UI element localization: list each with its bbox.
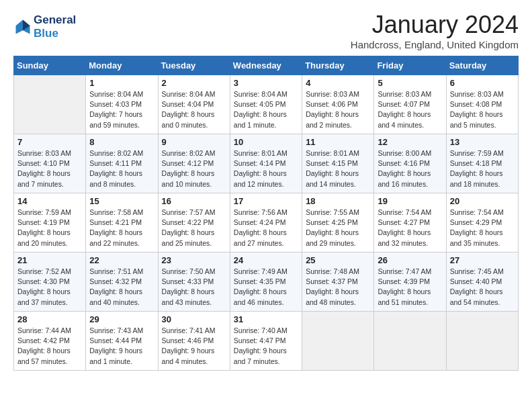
day-info: Sunrise: 7:51 AMSunset: 4:32 PMDaylight:… xyxy=(89,267,154,308)
day-info: Sunrise: 7:58 AMSunset: 4:21 PMDaylight:… xyxy=(89,208,154,248)
calendar-cell: 11Sunrise: 8:01 AMSunset: 4:15 PMDayligh… xyxy=(302,134,374,193)
calendar-cell: 28Sunrise: 7:44 AMSunset: 4:42 PMDayligh… xyxy=(14,312,86,371)
calendar-cell xyxy=(14,75,86,134)
calendar-week-row: 7Sunrise: 8:03 AMSunset: 4:10 PMDaylight… xyxy=(14,134,519,193)
calendar-cell: 3Sunrise: 8:04 AMSunset: 4:05 PMDaylight… xyxy=(230,75,302,134)
day-of-week-header: Saturday xyxy=(446,56,518,75)
day-of-week-header: Monday xyxy=(86,56,158,75)
day-number: 18 xyxy=(306,196,370,206)
day-info: Sunrise: 8:02 AMSunset: 4:12 PMDaylight:… xyxy=(162,148,226,189)
day-info: Sunrise: 7:43 AMSunset: 4:44 PMDaylight:… xyxy=(89,326,154,367)
day-info: Sunrise: 7:55 AMSunset: 4:25 PMDaylight:… xyxy=(306,208,370,248)
day-info: Sunrise: 7:54 AMSunset: 4:29 PMDaylight:… xyxy=(450,208,515,248)
day-number: 12 xyxy=(378,137,442,147)
day-number: 10 xyxy=(234,137,298,147)
day-number: 9 xyxy=(162,137,226,147)
calendar-cell: 7Sunrise: 8:03 AMSunset: 4:10 PMDaylight… xyxy=(14,134,86,193)
calendar-table: SundayMondayTuesdayWednesdayThursdayFrid… xyxy=(13,56,519,371)
calendar-cell: 12Sunrise: 8:00 AMSunset: 4:16 PMDayligh… xyxy=(374,134,446,193)
day-info: Sunrise: 7:45 AMSunset: 4:40 PMDaylight:… xyxy=(450,267,515,308)
day-info: Sunrise: 8:04 AMSunset: 4:05 PMDaylight:… xyxy=(234,89,298,130)
calendar-week-row: 1Sunrise: 8:04 AMSunset: 4:03 PMDaylight… xyxy=(14,75,519,134)
day-number: 11 xyxy=(306,137,370,147)
day-number: 13 xyxy=(450,137,515,147)
day-of-week-header: Sunday xyxy=(14,56,86,75)
calendar-cell: 15Sunrise: 7:58 AMSunset: 4:21 PMDayligh… xyxy=(86,193,158,253)
day-info: Sunrise: 7:56 AMSunset: 4:24 PMDaylight:… xyxy=(234,208,298,248)
calendar-cell xyxy=(374,312,446,371)
day-info: Sunrise: 7:49 AMSunset: 4:35 PMDaylight:… xyxy=(234,267,298,308)
calendar-cell: 16Sunrise: 7:57 AMSunset: 4:22 PMDayligh… xyxy=(158,193,230,253)
calendar-cell: 13Sunrise: 7:59 AMSunset: 4:18 PMDayligh… xyxy=(446,134,518,193)
day-number: 5 xyxy=(378,78,442,88)
day-number: 22 xyxy=(89,255,154,265)
day-info: Sunrise: 8:03 AMSunset: 4:07 PMDaylight:… xyxy=(378,89,442,130)
calendar-cell: 21Sunrise: 7:52 AMSunset: 4:30 PMDayligh… xyxy=(14,253,86,312)
day-number: 14 xyxy=(17,196,82,206)
day-info: Sunrise: 7:40 AMSunset: 4:47 PMDaylight:… xyxy=(234,326,298,367)
calendar-cell: 9Sunrise: 8:02 AMSunset: 4:12 PMDaylight… xyxy=(158,134,230,193)
day-of-week-header: Wednesday xyxy=(230,56,302,75)
day-info: Sunrise: 8:03 AMSunset: 4:10 PMDaylight:… xyxy=(17,148,82,189)
day-number: 2 xyxy=(162,78,226,88)
day-info: Sunrise: 7:59 AMSunset: 4:18 PMDaylight:… xyxy=(450,148,515,189)
day-info: Sunrise: 8:04 AMSunset: 4:03 PMDaylight:… xyxy=(89,89,154,130)
day-number: 31 xyxy=(234,314,298,324)
calendar-cell: 19Sunrise: 7:54 AMSunset: 4:27 PMDayligh… xyxy=(374,193,446,253)
logo-icon xyxy=(13,17,32,36)
day-number: 30 xyxy=(162,314,226,324)
day-number: 6 xyxy=(450,78,515,88)
day-info: Sunrise: 7:47 AMSunset: 4:39 PMDaylight:… xyxy=(378,267,442,308)
header: GeneralBlue January 2024 Handcross, Engl… xyxy=(13,11,519,50)
logo-text: GeneralBlue xyxy=(34,13,76,40)
logo: GeneralBlue xyxy=(13,13,76,40)
calendar-cell: 31Sunrise: 7:40 AMSunset: 4:47 PMDayligh… xyxy=(230,312,302,371)
day-number: 29 xyxy=(89,314,154,324)
day-info: Sunrise: 7:57 AMSunset: 4:22 PMDaylight:… xyxy=(162,208,226,248)
day-of-week-header: Tuesday xyxy=(158,56,230,75)
day-info: Sunrise: 7:44 AMSunset: 4:42 PMDaylight:… xyxy=(17,326,82,367)
calendar-cell: 14Sunrise: 7:59 AMSunset: 4:19 PMDayligh… xyxy=(14,193,86,253)
day-number: 26 xyxy=(378,255,442,265)
calendar-cell: 4Sunrise: 8:03 AMSunset: 4:06 PMDaylight… xyxy=(302,75,374,134)
calendar-cell: 17Sunrise: 7:56 AMSunset: 4:24 PMDayligh… xyxy=(230,193,302,253)
day-number: 27 xyxy=(450,255,515,265)
day-info: Sunrise: 8:03 AMSunset: 4:06 PMDaylight:… xyxy=(306,89,370,130)
calendar-cell: 10Sunrise: 8:01 AMSunset: 4:14 PMDayligh… xyxy=(230,134,302,193)
day-of-week-header: Friday xyxy=(374,56,446,75)
calendar-cell: 29Sunrise: 7:43 AMSunset: 4:44 PMDayligh… xyxy=(86,312,158,371)
calendar-week-row: 21Sunrise: 7:52 AMSunset: 4:30 PMDayligh… xyxy=(14,253,519,312)
day-number: 25 xyxy=(306,255,370,265)
day-of-week-header: Thursday xyxy=(302,56,374,75)
calendar-cell: 18Sunrise: 7:55 AMSunset: 4:25 PMDayligh… xyxy=(302,193,374,253)
location: Handcross, England, United Kingdom xyxy=(351,39,519,50)
day-info: Sunrise: 7:41 AMSunset: 4:46 PMDaylight:… xyxy=(162,326,226,367)
calendar-cell: 8Sunrise: 8:02 AMSunset: 4:11 PMDaylight… xyxy=(86,134,158,193)
day-number: 19 xyxy=(378,196,442,206)
calendar-cell: 25Sunrise: 7:48 AMSunset: 4:37 PMDayligh… xyxy=(302,253,374,312)
day-info: Sunrise: 7:50 AMSunset: 4:33 PMDaylight:… xyxy=(162,267,226,308)
calendar-cell: 24Sunrise: 7:49 AMSunset: 4:35 PMDayligh… xyxy=(230,253,302,312)
month-title: January 2024 xyxy=(351,11,519,39)
calendar-cell: 2Sunrise: 8:04 AMSunset: 4:04 PMDaylight… xyxy=(158,75,230,134)
calendar-header-row: SundayMondayTuesdayWednesdayThursdayFrid… xyxy=(14,56,519,75)
day-info: Sunrise: 8:04 AMSunset: 4:04 PMDaylight:… xyxy=(162,89,226,130)
calendar-week-row: 14Sunrise: 7:59 AMSunset: 4:19 PMDayligh… xyxy=(14,193,519,253)
calendar-week-row: 28Sunrise: 7:44 AMSunset: 4:42 PMDayligh… xyxy=(14,312,519,371)
day-info: Sunrise: 7:54 AMSunset: 4:27 PMDaylight:… xyxy=(378,208,442,248)
day-info: Sunrise: 7:48 AMSunset: 4:37 PMDaylight:… xyxy=(306,267,370,308)
day-number: 17 xyxy=(234,196,298,206)
calendar-cell: 22Sunrise: 7:51 AMSunset: 4:32 PMDayligh… xyxy=(86,253,158,312)
calendar-body: 1Sunrise: 8:04 AMSunset: 4:03 PMDaylight… xyxy=(14,75,519,371)
day-number: 21 xyxy=(17,255,82,265)
day-number: 7 xyxy=(17,137,82,147)
day-number: 8 xyxy=(89,137,154,147)
calendar-cell: 26Sunrise: 7:47 AMSunset: 4:39 PMDayligh… xyxy=(374,253,446,312)
day-number: 20 xyxy=(450,196,515,206)
calendar-cell: 20Sunrise: 7:54 AMSunset: 4:29 PMDayligh… xyxy=(446,193,518,253)
title-area: January 2024 Handcross, England, United … xyxy=(351,11,519,50)
calendar-cell: 6Sunrise: 8:03 AMSunset: 4:08 PMDaylight… xyxy=(446,75,518,134)
day-number: 16 xyxy=(162,196,226,206)
calendar-cell: 30Sunrise: 7:41 AMSunset: 4:46 PMDayligh… xyxy=(158,312,230,371)
day-number: 24 xyxy=(234,255,298,265)
